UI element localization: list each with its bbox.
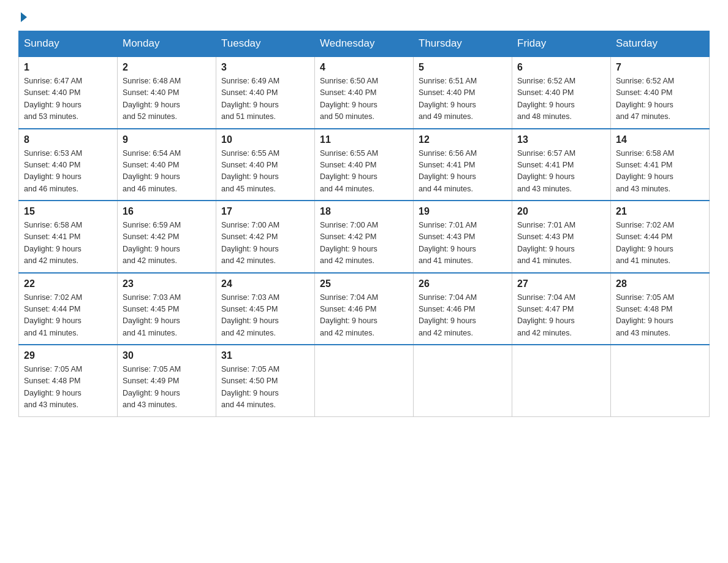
day-info: Sunrise: 7:04 AMSunset: 4:46 PMDaylight:… <box>320 293 378 337</box>
day-info: Sunrise: 6:57 AMSunset: 4:41 PMDaylight:… <box>517 149 575 193</box>
day-number: 24 <box>221 278 309 289</box>
day-number: 11 <box>320 134 408 145</box>
calendar-cell <box>611 345 710 416</box>
day-number: 1 <box>24 62 112 73</box>
calendar-cell: 8 Sunrise: 6:53 AMSunset: 4:40 PMDayligh… <box>19 129 118 201</box>
calendar-cell: 22 Sunrise: 7:02 AMSunset: 4:44 PMDaylig… <box>19 273 118 345</box>
day-number: 25 <box>320 278 408 289</box>
header-saturday: Saturday <box>611 31 710 57</box>
day-info: Sunrise: 6:47 AMSunset: 4:40 PMDaylight:… <box>24 77 82 121</box>
day-info: Sunrise: 6:59 AMSunset: 4:42 PMDaylight:… <box>123 221 181 265</box>
calendar-cell: 7 Sunrise: 6:52 AMSunset: 4:40 PMDayligh… <box>611 56 710 129</box>
day-number: 10 <box>221 134 309 145</box>
page-header <box>18 12 710 21</box>
day-info: Sunrise: 6:53 AMSunset: 4:40 PMDaylight:… <box>24 149 82 193</box>
calendar-cell: 12 Sunrise: 6:56 AMSunset: 4:41 PMDaylig… <box>414 129 512 201</box>
day-number: 28 <box>616 278 704 289</box>
day-number: 8 <box>24 134 112 145</box>
calendar-cell: 30 Sunrise: 7:05 AMSunset: 4:49 PMDaylig… <box>118 345 216 416</box>
day-info: Sunrise: 7:00 AMSunset: 4:42 PMDaylight:… <box>320 221 378 265</box>
calendar-cell: 3 Sunrise: 6:49 AMSunset: 4:40 PMDayligh… <box>216 56 315 129</box>
calendar-cell: 13 Sunrise: 6:57 AMSunset: 4:41 PMDaylig… <box>512 129 611 201</box>
day-info: Sunrise: 7:02 AMSunset: 4:44 PMDaylight:… <box>24 293 82 337</box>
day-number: 6 <box>517 62 605 73</box>
calendar-cell: 2 Sunrise: 6:48 AMSunset: 4:40 PMDayligh… <box>118 56 216 129</box>
header-thursday: Thursday <box>414 31 512 57</box>
week-row-3: 15 Sunrise: 6:58 AMSunset: 4:41 PMDaylig… <box>19 201 710 273</box>
day-number: 23 <box>123 278 211 289</box>
logo <box>18 12 27 21</box>
calendar-cell: 16 Sunrise: 6:59 AMSunset: 4:42 PMDaylig… <box>118 201 216 273</box>
day-info: Sunrise: 7:03 AMSunset: 4:45 PMDaylight:… <box>123 293 181 337</box>
calendar-cell <box>414 345 512 416</box>
day-info: Sunrise: 7:04 AMSunset: 4:47 PMDaylight:… <box>517 293 575 337</box>
calendar-cell: 27 Sunrise: 7:04 AMSunset: 4:47 PMDaylig… <box>512 273 611 345</box>
day-info: Sunrise: 6:51 AMSunset: 4:40 PMDaylight:… <box>419 77 477 121</box>
calendar-cell: 20 Sunrise: 7:01 AMSunset: 4:43 PMDaylig… <box>512 201 611 273</box>
header-friday: Friday <box>512 31 611 57</box>
calendar-cell: 11 Sunrise: 6:55 AMSunset: 4:40 PMDaylig… <box>315 129 414 201</box>
day-number: 4 <box>320 62 408 73</box>
day-number: 18 <box>320 206 408 217</box>
day-number: 27 <box>517 278 605 289</box>
day-number: 5 <box>419 62 507 73</box>
day-number: 21 <box>616 206 704 217</box>
calendar-cell: 14 Sunrise: 6:58 AMSunset: 4:41 PMDaylig… <box>611 129 710 201</box>
logo-arrow-icon <box>21 12 27 22</box>
calendar-cell: 19 Sunrise: 7:01 AMSunset: 4:43 PMDaylig… <box>414 201 512 273</box>
calendar-cell: 31 Sunrise: 7:05 AMSunset: 4:50 PMDaylig… <box>216 345 315 416</box>
header-tuesday: Tuesday <box>216 31 315 57</box>
day-info: Sunrise: 6:56 AMSunset: 4:41 PMDaylight:… <box>419 149 477 193</box>
day-info: Sunrise: 6:58 AMSunset: 4:41 PMDaylight:… <box>24 221 82 265</box>
calendar-cell: 28 Sunrise: 7:05 AMSunset: 4:48 PMDaylig… <box>611 273 710 345</box>
calendar-cell: 6 Sunrise: 6:52 AMSunset: 4:40 PMDayligh… <box>512 56 611 129</box>
calendar-cell: 17 Sunrise: 7:00 AMSunset: 4:42 PMDaylig… <box>216 201 315 273</box>
day-number: 22 <box>24 278 112 289</box>
calendar-cell <box>512 345 611 416</box>
day-info: Sunrise: 7:05 AMSunset: 4:49 PMDaylight:… <box>123 365 181 409</box>
day-info: Sunrise: 6:58 AMSunset: 4:41 PMDaylight:… <box>616 149 674 193</box>
calendar-cell: 15 Sunrise: 6:58 AMSunset: 4:41 PMDaylig… <box>19 201 118 273</box>
calendar-cell: 10 Sunrise: 6:55 AMSunset: 4:40 PMDaylig… <box>216 129 315 201</box>
day-info: Sunrise: 7:01 AMSunset: 4:43 PMDaylight:… <box>517 221 575 265</box>
week-row-5: 29 Sunrise: 7:05 AMSunset: 4:48 PMDaylig… <box>19 345 710 416</box>
day-number: 30 <box>123 350 211 361</box>
day-info: Sunrise: 7:05 AMSunset: 4:48 PMDaylight:… <box>24 365 82 409</box>
calendar-cell: 26 Sunrise: 7:04 AMSunset: 4:46 PMDaylig… <box>414 273 512 345</box>
day-info: Sunrise: 6:54 AMSunset: 4:40 PMDaylight:… <box>123 149 181 193</box>
day-number: 20 <box>517 206 605 217</box>
day-number: 7 <box>616 62 704 73</box>
week-row-1: 1 Sunrise: 6:47 AMSunset: 4:40 PMDayligh… <box>19 56 710 129</box>
day-info: Sunrise: 6:48 AMSunset: 4:40 PMDaylight:… <box>123 77 181 121</box>
day-number: 9 <box>123 134 211 145</box>
header-sunday: Sunday <box>19 31 118 57</box>
day-info: Sunrise: 7:05 AMSunset: 4:48 PMDaylight:… <box>616 293 674 337</box>
calendar-cell: 1 Sunrise: 6:47 AMSunset: 4:40 PMDayligh… <box>19 56 118 129</box>
calendar-header-row: SundayMondayTuesdayWednesdayThursdayFrid… <box>19 31 710 57</box>
day-info: Sunrise: 7:01 AMSunset: 4:43 PMDaylight:… <box>419 221 477 265</box>
day-number: 16 <box>123 206 211 217</box>
header-wednesday: Wednesday <box>315 31 414 57</box>
calendar-cell <box>315 345 414 416</box>
calendar-table: SundayMondayTuesdayWednesdayThursdayFrid… <box>18 31 710 417</box>
day-info: Sunrise: 7:04 AMSunset: 4:46 PMDaylight:… <box>419 293 477 337</box>
day-number: 2 <box>123 62 211 73</box>
calendar-cell: 25 Sunrise: 7:04 AMSunset: 4:46 PMDaylig… <box>315 273 414 345</box>
day-number: 29 <box>24 350 112 361</box>
day-info: Sunrise: 6:52 AMSunset: 4:40 PMDaylight:… <box>517 77 575 121</box>
day-info: Sunrise: 6:55 AMSunset: 4:40 PMDaylight:… <box>221 149 279 193</box>
day-number: 31 <box>221 350 309 361</box>
day-number: 14 <box>616 134 704 145</box>
day-info: Sunrise: 6:49 AMSunset: 4:40 PMDaylight:… <box>221 77 279 121</box>
calendar-cell: 23 Sunrise: 7:03 AMSunset: 4:45 PMDaylig… <box>118 273 216 345</box>
day-info: Sunrise: 6:55 AMSunset: 4:40 PMDaylight:… <box>320 149 378 193</box>
day-number: 26 <box>419 278 507 289</box>
calendar-cell: 4 Sunrise: 6:50 AMSunset: 4:40 PMDayligh… <box>315 56 414 129</box>
header-monday: Monday <box>118 31 216 57</box>
logo-blue-text <box>18 12 27 21</box>
calendar-cell: 9 Sunrise: 6:54 AMSunset: 4:40 PMDayligh… <box>118 129 216 201</box>
week-row-4: 22 Sunrise: 7:02 AMSunset: 4:44 PMDaylig… <box>19 273 710 345</box>
day-info: Sunrise: 7:03 AMSunset: 4:45 PMDaylight:… <box>221 293 279 337</box>
day-info: Sunrise: 6:52 AMSunset: 4:40 PMDaylight:… <box>616 77 674 121</box>
day-number: 12 <box>419 134 507 145</box>
